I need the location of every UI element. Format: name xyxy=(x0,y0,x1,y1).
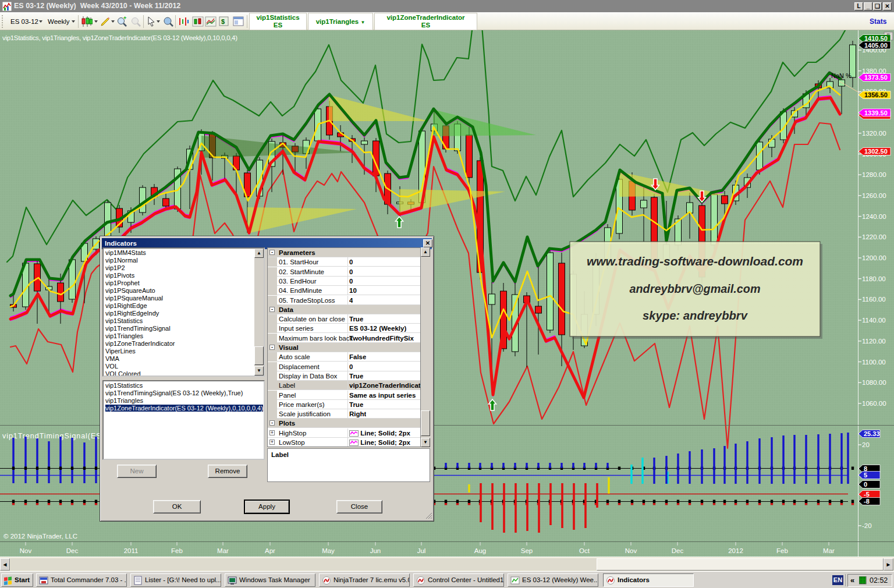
svg-text:Oct: Oct xyxy=(579,547,590,554)
svg-text:Dec: Dec xyxy=(66,547,79,554)
svg-text:Apr: Apr xyxy=(265,547,275,554)
svg-text:Feb: Feb xyxy=(776,547,788,554)
svg-text:-8: -8 xyxy=(864,498,870,505)
svg-text:vip1Statistics, vip1Triangles,: vip1Statistics, vip1Triangles, vip1ZoneT… xyxy=(2,34,237,41)
svg-text:1200.00: 1200.00 xyxy=(862,254,886,261)
svg-text:Aug: Aug xyxy=(474,547,486,554)
svg-text:May: May xyxy=(322,547,335,554)
svg-text:© 2012 NinjaTrader, LLC: © 2012 NinjaTrader, LLC xyxy=(3,533,77,540)
svg-text:5: 5 xyxy=(864,472,867,479)
svg-text:25.33: 25.33 xyxy=(864,430,880,437)
svg-text:+: + xyxy=(123,16,126,21)
svg-text:1302.50: 1302.50 xyxy=(864,148,888,155)
svg-text:1080.00: 1080.00 xyxy=(862,379,886,386)
svg-text:andreybbrv@gmail.com: andreybbrv@gmail.com xyxy=(630,282,761,295)
svg-text:-20: -20 xyxy=(862,522,872,529)
svg-text:0: 0 xyxy=(864,481,867,488)
svg-text:Feb: Feb xyxy=(171,547,183,554)
svg-text:1260.00: 1260.00 xyxy=(862,192,886,199)
svg-text:1060.00: 1060.00 xyxy=(862,400,886,407)
svg-text:1160.00: 1160.00 xyxy=(862,296,886,303)
svg-text:1280.00: 1280.00 xyxy=(862,171,886,178)
svg-text:1356.50: 1356.50 xyxy=(864,91,888,98)
svg-text:1100.00: 1100.00 xyxy=(862,359,886,366)
svg-text:1380.00: 1380.00 xyxy=(862,68,886,75)
svg-text:$: $ xyxy=(221,18,225,25)
svg-text:Dec: Dec xyxy=(672,547,684,554)
svg-text:www.trading-software-download.: www.trading-software-download.com xyxy=(587,255,803,268)
svg-text:1373.50: 1373.50 xyxy=(864,74,888,81)
svg-text:skype: andreybbrv: skype: andreybbrv xyxy=(643,309,748,322)
svg-text:20: 20 xyxy=(862,441,870,448)
svg-text:1410.50: 1410.50 xyxy=(864,35,888,42)
svg-text:Nov: Nov xyxy=(625,547,637,554)
svg-text:-5: -5 xyxy=(864,491,870,498)
svg-text:1339.50: 1339.50 xyxy=(864,109,888,116)
svg-text:1180.00: 1180.00 xyxy=(862,275,886,282)
svg-text:2012: 2012 xyxy=(728,547,743,554)
svg-text:2011: 2011 xyxy=(124,547,139,554)
svg-text:Mar: Mar xyxy=(217,547,229,554)
svg-text:1405.00: 1405.00 xyxy=(864,42,888,49)
svg-text:1240.00: 1240.00 xyxy=(862,213,886,220)
svg-text:Jul: Jul xyxy=(417,547,426,554)
svg-text:1140.00: 1140.00 xyxy=(862,317,886,324)
svg-text:Mar: Mar xyxy=(823,547,835,554)
svg-text:NaN %: NaN % xyxy=(831,72,852,79)
svg-text:1220.00: 1220.00 xyxy=(862,233,886,240)
svg-text:Nov: Nov xyxy=(20,547,32,554)
svg-text:Sep: Sep xyxy=(521,547,533,554)
svg-text:Jun: Jun xyxy=(370,547,381,554)
svg-text:1320.00: 1320.00 xyxy=(862,130,886,137)
svg-text:1120.00: 1120.00 xyxy=(862,338,886,345)
